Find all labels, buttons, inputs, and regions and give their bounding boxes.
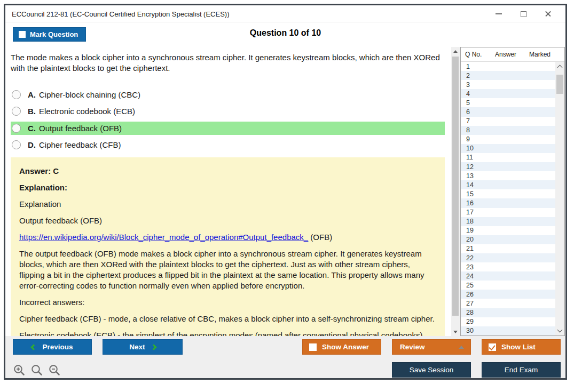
option-d[interactable]: D. Cipher feedback (CFB) <box>11 138 445 151</box>
show-list-button[interactable]: Show List <box>482 339 561 355</box>
question-list-row[interactable]: 16 <box>461 198 555 207</box>
question-list-panel: Q No. Answer Marked 12345678910111213141… <box>460 47 565 336</box>
mark-question-checkbox[interactable] <box>19 31 26 38</box>
list-scroll-down-icon[interactable] <box>557 327 563 333</box>
question-list-row[interactable]: 19 <box>461 226 555 235</box>
show-list-label: Show List <box>501 343 536 351</box>
main-scrollbar-thumb[interactable] <box>452 57 459 316</box>
question-number: 6 <box>466 108 470 116</box>
close-icon <box>545 11 552 18</box>
question-number: 21 <box>466 245 474 252</box>
question-list-scrollbar[interactable] <box>555 62 564 335</box>
option-c[interactable]: C. Output feedback (OFB) <box>11 122 445 135</box>
question-number: 27 <box>466 300 474 307</box>
option-letter: B. <box>28 107 36 116</box>
question-list-row[interactable]: 18 <box>461 217 555 226</box>
save-session-button[interactable]: Save Session <box>392 362 471 378</box>
radio-option-c[interactable] <box>12 124 21 133</box>
zoom-tools <box>13 364 61 377</box>
footer: Previous Next Show Answer Review Show Li… <box>5 336 565 378</box>
show-answer-checkbox[interactable] <box>309 343 317 351</box>
maximize-button[interactable] <box>511 5 536 22</box>
question-list-row[interactable]: 8 <box>461 126 555 135</box>
question-number: 18 <box>466 218 474 225</box>
ecb-explanation: Electronic codebook (ECB) - the simplest… <box>19 330 436 336</box>
question-number: 9 <box>466 135 470 143</box>
option-b[interactable]: B. Electronic codebook (ECB) <box>11 105 445 118</box>
question-list-row[interactable]: 24 <box>461 271 555 281</box>
question-list-row[interactable]: 28 <box>461 308 555 317</box>
scroll-up-icon[interactable] <box>451 47 460 55</box>
question-list-row[interactable]: 26 <box>461 290 555 299</box>
maximize-icon <box>521 11 526 17</box>
question-list-row[interactable]: 27 <box>461 299 555 308</box>
header: Mark Question Question 10 of 10 <box>5 22 565 47</box>
zoom-out-icon[interactable] <box>48 364 61 377</box>
main-scrollbar[interactable] <box>451 47 460 336</box>
radio-option-a[interactable] <box>12 90 21 99</box>
scroll-down-icon[interactable] <box>451 327 460 336</box>
question-list-row[interactable]: 7 <box>461 117 555 126</box>
question-number: 4 <box>466 90 470 98</box>
question-list-row[interactable]: 23 <box>461 262 555 271</box>
option-a[interactable]: A. Cipher-block chaining (CBC) <box>11 88 445 101</box>
radio-option-d[interactable] <box>12 140 21 149</box>
question-list-row[interactable]: 21 <box>461 244 555 253</box>
question-list-row[interactable]: 30 <box>461 326 555 335</box>
column-qno: Q No. <box>465 51 482 58</box>
content-area: The mode makes a block cipher into a syn… <box>5 47 565 336</box>
question-number: 26 <box>466 291 474 298</box>
review-label: Review <box>400 343 425 351</box>
question-number: 14 <box>466 181 474 189</box>
cfb-explanation: Cipher feedback (CFB) - mode, a close re… <box>19 314 436 324</box>
question-number: 19 <box>466 227 474 234</box>
question-list-row[interactable]: 11 <box>461 153 555 162</box>
wikipedia-link[interactable]: https://en.wikipedia.org/wiki/Block_ciph… <box>19 233 308 242</box>
option-text: Electronic codebook (ECB) <box>39 107 135 116</box>
question-list-row[interactable]: 1 <box>461 62 555 71</box>
question-list-row[interactable]: 5 <box>461 98 555 107</box>
question-list-row[interactable]: 4 <box>461 89 555 98</box>
question-number: 30 <box>466 327 474 334</box>
mark-question-button[interactable]: Mark Question <box>13 27 86 42</box>
minimize-button[interactable] <box>486 5 511 22</box>
question-list-row[interactable]: 6 <box>461 107 555 116</box>
question-list-row[interactable]: 22 <box>461 253 555 262</box>
question-list-row[interactable]: 2 <box>461 71 555 80</box>
question-number: 3 <box>466 81 470 89</box>
question-number: 7 <box>466 117 470 125</box>
question-number: 29 <box>466 318 474 325</box>
question-list-row[interactable]: 12 <box>461 162 555 171</box>
question-list-row[interactable]: 29 <box>461 317 555 326</box>
question-number: 13 <box>466 172 474 180</box>
question-list-row[interactable]: 20 <box>461 235 555 244</box>
prev-chevron-icon <box>31 344 37 350</box>
list-scroll-up-icon[interactable] <box>557 65 563 70</box>
question-list-row[interactable]: 10 <box>461 144 555 153</box>
minimize-icon <box>496 13 502 14</box>
next-button[interactable]: Next <box>103 339 183 355</box>
question-number: 8 <box>466 126 470 134</box>
question-list-row[interactable]: 15 <box>461 189 555 198</box>
zoom-in-icon[interactable] <box>13 364 26 377</box>
question-pane: The mode makes a block cipher into a syn… <box>5 47 451 336</box>
next-label: Next <box>129 343 145 351</box>
radio-option-b[interactable] <box>12 107 21 116</box>
show-answer-button[interactable]: Show Answer <box>302 339 381 355</box>
question-list-row[interactable]: 3 <box>461 80 555 89</box>
list-scrollbar-thumb[interactable] <box>556 75 563 94</box>
question-list-rows: 1234567891011121314151617181920212223242… <box>461 62 555 335</box>
question-list-row[interactable]: 13 <box>461 171 555 180</box>
question-list-row[interactable]: 9 <box>461 135 555 144</box>
end-exam-button[interactable]: End Exam <box>482 362 561 378</box>
question-list-row[interactable]: 25 <box>461 281 555 290</box>
review-button[interactable]: Review <box>392 339 471 355</box>
zoom-reset-icon[interactable] <box>30 364 43 377</box>
question-list-row[interactable]: 14 <box>461 180 555 189</box>
previous-button[interactable]: Previous <box>13 339 92 355</box>
show-list-checkbox[interactable] <box>489 343 496 351</box>
window-controls <box>486 5 560 22</box>
previous-label: Previous <box>42 343 73 351</box>
close-button[interactable] <box>536 5 560 22</box>
question-list-row[interactable]: 17 <box>461 208 555 217</box>
